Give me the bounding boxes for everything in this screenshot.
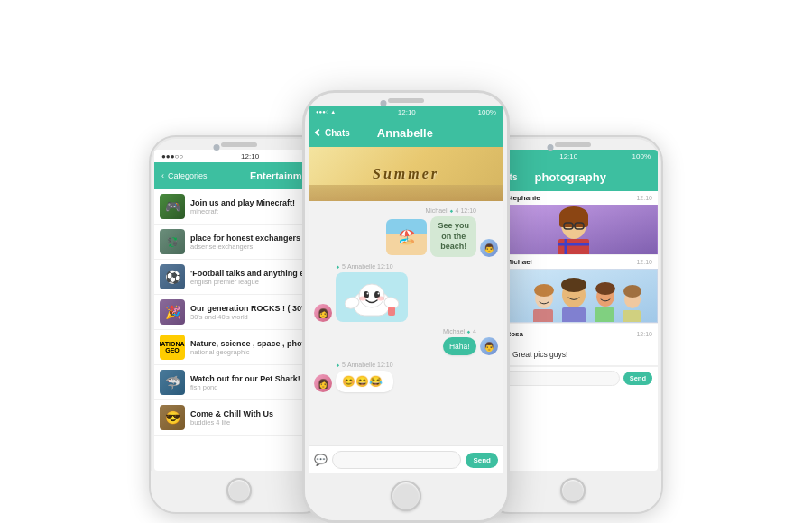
msg-sender-4: Annabelle [347, 362, 375, 368]
character-sticker [336, 272, 408, 322]
left-home-button[interactable] [226, 478, 252, 503]
center-back-label: Chats [325, 128, 350, 138]
center-phone-bottom [305, 473, 507, 520]
chat-avatar-2: 💱 [160, 229, 185, 254]
chat-avatar-7: 😎 [160, 405, 185, 430]
rating-3: 4 [473, 328, 476, 335]
msg-time-1: 12:10 [460, 207, 476, 214]
rating-dots-1: ⬥ [449, 206, 454, 215]
left-status-bar: ●●●○○ 12:10 [154, 150, 324, 162]
right-rosa-text: Great pics guys! [512, 350, 567, 359]
list-item[interactable]: 🦈 Watch out for our Pet Shark! fish pond [154, 365, 324, 400]
right-send-button[interactable]: Send [623, 372, 652, 385]
right-status-bar: ●●● 12:10 100% [488, 150, 658, 162]
svg-point-29 [623, 285, 641, 298]
chat-name-6: Watch out for our Pet Shark! [190, 374, 318, 383]
center-time: 12:10 [398, 108, 416, 116]
right-chat-stephanie[interactable]: ⬥ 4 Stephanie 12:10 [488, 191, 658, 255]
rating-dot-4: ⬥ [336, 361, 340, 369]
ng-logo: NATIONALGEO [160, 335, 185, 360]
right-chat-michael[interactable]: ⬥ 4 Michael 12:10 [488, 255, 658, 324]
right-meta-stephanie: ⬥ 4 Stephanie 12:10 [488, 191, 658, 205]
msg-group-4: ⬥ 5 Annabelle 12:10 😊😄😂 [336, 361, 393, 392]
message-4: 👩 ⬥ 5 Annabelle 12:10 😊😄😂 [314, 361, 498, 392]
chat-sub-6: fish pond [190, 383, 318, 391]
center-message-input[interactable] [332, 451, 461, 469]
chat-compose-icon[interactable]: 💬 [314, 454, 328, 466]
right-phone: ●●● 12:10 100% ats photography ⬥ 4 [483, 135, 663, 514]
chat-info-7: Come & Chill With Us buddies 4 life [190, 409, 318, 427]
svg-point-23 [561, 278, 586, 292]
center-back[interactable]: Chats [316, 128, 350, 138]
right-message-input[interactable] [494, 371, 620, 386]
list-item[interactable]: 🎮 Join us and play Minecraft! minecraft [154, 189, 324, 225]
msg-meta-annabelle-2: ⬥ 5 Annabelle 12:10 [336, 361, 393, 369]
msg-time-2: 12:10 [377, 263, 393, 270]
chat-info-5: Nature, science , space , photogra... na… [190, 339, 318, 356]
right-phone-bottom [484, 471, 661, 512]
stephanie-photo [488, 205, 658, 254]
chat-avatar-5: NATIONALGEO [160, 335, 185, 360]
center-nav-title: Annabelle [350, 126, 460, 140]
center-battery: 100% [478, 108, 496, 116]
emoji-bubble: 😊😄😂 [336, 371, 393, 392]
center-signal: ●●●○ ▲ [316, 109, 336, 115]
chat-sub-2: adsense exchangers [190, 243, 318, 251]
center-home-button[interactable] [391, 481, 421, 511]
left-back-icon[interactable]: ‹ [161, 171, 164, 180]
list-item[interactable]: 💱 place for honest exchangers adsense ex… [154, 225, 324, 260]
message-2: 👩 ⬥ 5 Annabelle 12:10 [314, 262, 498, 322]
center-send-button[interactable]: Send [466, 453, 498, 468]
right-meta-michael: ⬥ 4 Michael 12:10 [488, 255, 658, 269]
chat-info-4: Our generation ROCKS ! ( 30's an 30's an… [190, 304, 318, 321]
svg-rect-32 [595, 307, 614, 322]
chat-info-2: place for honest exchangers adsense exch… [190, 234, 318, 251]
left-speaker [221, 142, 257, 147]
msg-group-2: ⬥ 5 Annabelle 12:10 [336, 262, 408, 322]
time-stephanie: 12:10 [636, 195, 652, 201]
right-battery: 100% [632, 152, 651, 161]
svg-point-25 [534, 284, 554, 297]
msg-group-1: Michael ⬥ 4 12:10 🏖️ See youon thebeach! [386, 206, 476, 257]
list-item[interactable]: ⚽ 'Football talks and anything else' eng… [154, 260, 324, 295]
beach-sticker: 🏖️ See youon thebeach! [386, 216, 476, 257]
msg-avatar-annabelle-1: 👩 [314, 304, 332, 322]
msg-sender-2: Annabelle [347, 263, 375, 270]
chat-messages: 👨 Michael ⬥ 4 12:10 🏖️ [309, 201, 503, 445]
msg-group-3: Michael ⬥ 4 Haha! [443, 327, 476, 355]
right-home-button[interactable] [560, 478, 586, 503]
msg-avatar-michael-1: 👨 [480, 239, 498, 257]
chat-info-6: Watch out for our Pet Shark! fish pond [190, 374, 318, 391]
right-speaker [555, 142, 591, 147]
message-3: 👨 Michael ⬥ 4 Haha! [314, 327, 498, 355]
chat-name-4: Our generation ROCKS ! ( 30's an [190, 304, 318, 313]
left-phone-bottom [151, 471, 328, 512]
svg-point-27 [595, 282, 615, 295]
chat-name-1: Join us and play Minecraft! [190, 198, 318, 207]
list-item[interactable]: NATIONALGEO Nature, science , space , ph… [154, 330, 324, 365]
left-screen: ●●●○○ 12:10 ‹ Categories Entertainment 🎮… [154, 150, 324, 471]
see-you-bubble: See youon thebeach! [430, 216, 476, 257]
svg-point-1 [359, 284, 384, 307]
list-item[interactable]: 😎 Come & Chill With Us buddies 4 life [154, 400, 324, 436]
list-item[interactable]: 🎉 Our generation ROCKS ! ( 30's an 30's … [154, 295, 324, 330]
right-chat-rosa[interactable]: ⬥ 4 Rosa 12:10 Great pics guys! [488, 324, 658, 366]
chat-sub-4: 30's and 40's world [190, 313, 318, 321]
rating-dot-3: ⬥ [466, 327, 471, 335]
left-chat-list: 🎮 Join us and play Minecraft! minecraft … [154, 189, 324, 471]
msg-meta-annabelle-1: ⬥ 5 Annabelle 12:10 [336, 262, 408, 271]
svg-point-4 [367, 292, 369, 294]
left-back-label[interactable]: Categories [168, 171, 208, 180]
chat-info-3: 'Football talks and anything else' engli… [190, 269, 318, 286]
chat-avatar-4: 🎉 [160, 299, 185, 325]
rating-2: 5 [342, 263, 346, 270]
right-camera [548, 144, 554, 151]
msg-avatar-michael-2: 👨 [480, 337, 498, 355]
chat-sub-7: buddies 4 life [190, 418, 318, 427]
chat-sub-1: minecraft [190, 207, 318, 216]
haha-bubble: Haha! [443, 337, 476, 355]
chat-avatar-3: ⚽ [160, 264, 185, 289]
chat-name-3: 'Football talks and anything else' [190, 269, 318, 278]
right-rosa-msg-row: Great pics guys! [488, 341, 658, 362]
message-1: 👨 Michael ⬥ 4 12:10 🏖️ [314, 206, 498, 257]
